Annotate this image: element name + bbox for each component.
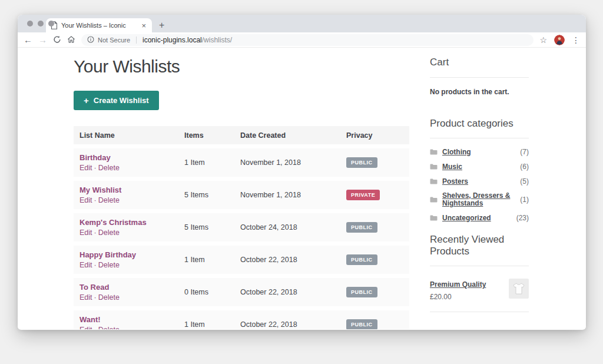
privacy-badge: PRIVATE — [346, 190, 380, 200]
delete-link[interactable]: Delete — [98, 196, 120, 204]
address-bar[interactable]: Not Secure iconic-plugins.local/wishlist… — [81, 34, 534, 46]
category-item: Shelves, Dressers & Nightstands (1) — [430, 192, 529, 207]
category-item: Posters (5) — [430, 177, 529, 186]
bookmark-star-icon[interactable]: ☆ — [539, 35, 547, 45]
cart-widget-title: Cart — [430, 57, 529, 68]
folder-icon — [430, 164, 438, 170]
wishlist-name-link[interactable]: Want! — [79, 315, 184, 324]
wishlist-name-link[interactable]: My Wishlist — [79, 186, 184, 194]
date-created: November 1, 2018 — [240, 158, 346, 167]
category-link[interactable]: Posters — [442, 178, 520, 186]
category-item: Uncategorized (23) — [430, 214, 529, 222]
wishlists-table: List Name Items Date Created Privacy Bir… — [74, 126, 409, 329]
browser-toolbar: ← → Not Secure iconic-plugins.local/wish… — [18, 32, 586, 48]
new-tab-button[interactable]: + — [159, 21, 164, 30]
wishlist-name-link[interactable]: To Read — [79, 283, 184, 292]
window-zoom-button[interactable] — [48, 21, 54, 27]
table-row: Kemp's Christmas Edit·Delete 5 Items Oct… — [74, 213, 409, 241]
category-link[interactable]: Uncategorized — [442, 214, 516, 222]
folder-icon — [430, 149, 438, 155]
actions-separator: · — [92, 326, 98, 329]
date-created: October 24, 2018 — [240, 223, 346, 231]
divider — [430, 77, 529, 78]
edit-link[interactable]: Edit — [79, 164, 92, 172]
info-icon[interactable] — [87, 35, 94, 45]
main-content: Your Wishlists + Create Wishlist List Na… — [74, 48, 410, 329]
delete-link[interactable]: Delete — [98, 293, 120, 302]
row-actions: Edit·Delete — [79, 293, 184, 302]
wishlist-name-link[interactable]: Kemp's Christmas — [79, 218, 184, 227]
recently-viewed-product: Premium Quality £20.00 — [430, 279, 529, 301]
privacy-badge: PUBLIC — [346, 157, 377, 168]
header-privacy: Privacy — [346, 131, 409, 140]
items-count: 1 Item — [184, 256, 240, 264]
forward-button[interactable]: → — [38, 35, 47, 44]
table-row: Birthday Edit·Delete 1 Item November 1, … — [74, 148, 409, 177]
wishlist-name-link[interactable]: Happy Birthday — [79, 250, 184, 259]
security-status: Not Secure — [98, 37, 130, 44]
create-wishlist-label: Create Wishlist — [94, 96, 149, 105]
page-viewport: Your Wishlists + Create Wishlist List Na… — [18, 48, 586, 329]
browser-window: Your Wishlists – Iconic × + ← → Not Secu… — [18, 15, 586, 330]
delete-link[interactable]: Delete — [98, 261, 120, 269]
reload-button[interactable] — [53, 35, 61, 45]
url-divider — [136, 37, 137, 44]
url-path: /wishlists/ — [202, 36, 232, 44]
category-list: Clothing (7) Music (6) Posters (5) Shelv… — [430, 148, 529, 222]
items-count: 5 Items — [184, 223, 240, 231]
row-actions: Edit·Delete — [79, 261, 184, 269]
home-button[interactable] — [67, 35, 75, 45]
category-item: Music (6) — [430, 163, 529, 171]
delete-link[interactable]: Delete — [98, 229, 120, 237]
row-actions: Edit·Delete — [79, 164, 184, 172]
edit-link[interactable]: Edit — [79, 196, 92, 204]
date-created: October 22, 2018 — [240, 288, 346, 296]
header-items: Items — [184, 131, 240, 140]
create-wishlist-button[interactable]: + Create Wishlist — [74, 91, 159, 110]
wishlist-name-link[interactable]: Birthday — [79, 153, 184, 162]
row-actions: Edit·Delete — [79, 326, 184, 329]
plus-icon: + — [84, 96, 89, 105]
table-row: My Wishlist Edit·Delete 5 Items November… — [74, 181, 409, 209]
edit-link[interactable]: Edit — [79, 229, 92, 237]
category-count: (1) — [520, 196, 529, 204]
category-count: (23) — [516, 214, 529, 222]
category-item: Clothing (7) — [430, 148, 529, 156]
edit-link[interactable]: Edit — [79, 261, 92, 269]
recently-viewed-widget-title: Recently Viewed Products — [430, 234, 529, 257]
tab-close-icon[interactable]: × — [140, 22, 147, 29]
profile-avatar[interactable] — [554, 35, 565, 45]
table-row: Want! Edit·Delete 1 Item October 22, 201… — [74, 310, 409, 329]
product-thumbnail[interactable] — [509, 279, 529, 299]
product-link[interactable]: Premium Quality — [430, 280, 486, 289]
edit-link[interactable]: Edit — [79, 293, 92, 302]
category-link[interactable]: Music — [442, 163, 520, 171]
window-close-button[interactable] — [27, 21, 33, 27]
header-list-name: List Name — [74, 131, 184, 140]
delete-link[interactable]: Delete — [98, 164, 120, 172]
window-controls[interactable] — [27, 21, 54, 27]
header-date-created: Date Created — [240, 131, 346, 140]
category-link[interactable]: Shelves, Dressers & Nightstands — [442, 192, 520, 207]
categories-widget-title: Product categories — [430, 118, 529, 130]
actions-separator: · — [92, 229, 98, 237]
category-count: (7) — [520, 148, 529, 156]
divider — [430, 138, 529, 138]
category-count: (6) — [520, 163, 529, 171]
url-text[interactable]: iconic-plugins.local/wishlists/ — [143, 36, 232, 44]
page-title: Your Wishlists — [74, 57, 410, 77]
divider — [430, 266, 529, 266]
product-price: £20.00 — [430, 293, 509, 301]
category-link[interactable]: Clothing — [442, 148, 520, 156]
items-count: 5 Items — [184, 191, 240, 199]
table-header: List Name Items Date Created Privacy — [74, 126, 409, 144]
browser-menu-icon[interactable]: ⋮ — [572, 35, 580, 45]
delete-link[interactable]: Delete — [98, 326, 120, 329]
window-minimize-button[interactable] — [38, 21, 44, 27]
back-button[interactable]: ← — [24, 35, 32, 44]
url-domain: iconic-plugins.local — [143, 36, 202, 44]
browser-tab[interactable]: Your Wishlists – Iconic × — [46, 18, 152, 32]
privacy-badge: PUBLIC — [346, 287, 377, 297]
folder-icon — [430, 197, 438, 203]
edit-link[interactable]: Edit — [79, 326, 92, 329]
